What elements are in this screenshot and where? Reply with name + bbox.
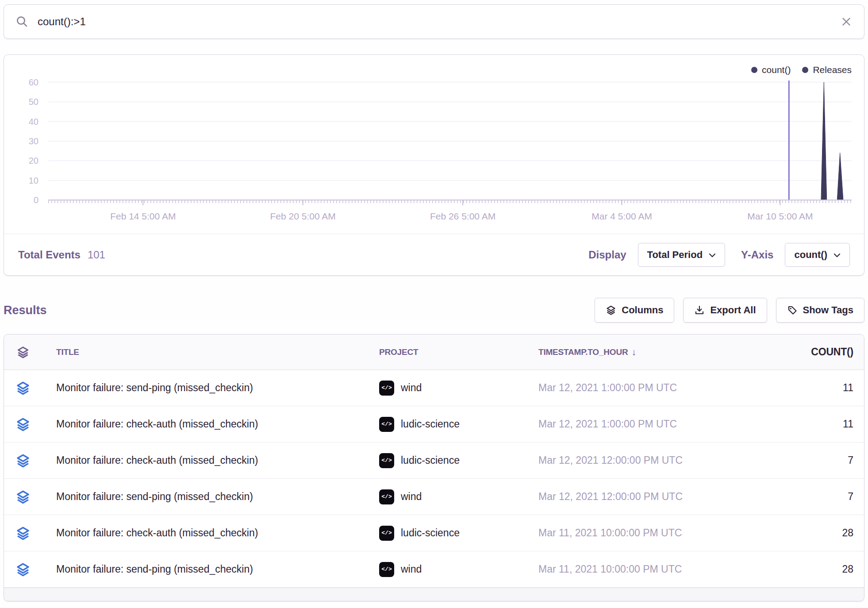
results-header: Results Columns Export All Show Tags [4, 298, 864, 323]
column-header-project[interactable]: PROJECT [379, 347, 538, 357]
project-cell: </> ludic-science [379, 526, 538, 541]
project-cell: </> wind [379, 562, 538, 577]
yaxis-dropdown-value: count() [794, 249, 827, 261]
timestamp-value: Mar 12, 2021 12:00:00 PM UTC [538, 454, 785, 466]
chevron-down-icon [833, 253, 841, 258]
svg-text:50: 50 [29, 97, 38, 107]
layers-icon[interactable] [15, 453, 31, 468]
svg-text:40: 40 [29, 117, 38, 127]
project-name: wind [401, 563, 422, 575]
column-header-timestamp[interactable]: TIMESTAMP.TO_HOUR ↓ [538, 347, 636, 358]
results-heading: Results [4, 304, 47, 317]
project-name: wind [401, 491, 422, 503]
event-title-link[interactable]: Monitor failure: check-auth (missed_chec… [42, 418, 379, 430]
event-title-link[interactable]: Monitor failure: send-ping (missed_check… [42, 382, 379, 394]
download-icon [694, 305, 705, 316]
platform-code-icon: </> [379, 489, 394, 504]
table-row: Monitor failure: check-auth (missed_chec… [4, 443, 864, 479]
svg-text:30: 30 [29, 136, 38, 146]
show-tags-button[interactable]: Show Tags [776, 298, 865, 323]
table-row: Monitor failure: send-ping (missed_check… [4, 479, 864, 515]
display-dropdown[interactable]: Total Period [638, 243, 726, 267]
project-name: ludic-science [401, 454, 460, 466]
table-row: Monitor failure: send-ping (missed_check… [4, 551, 864, 588]
legend-dot-icon [751, 67, 757, 73]
svg-text:0: 0 [34, 195, 38, 205]
count-value: 11 [785, 382, 864, 394]
event-title-link[interactable]: Monitor failure: check-auth (missed_chec… [42, 527, 379, 539]
svg-text:Feb 26 5:00 AM: Feb 26 5:00 AM [430, 211, 495, 221]
total-events-label: Total Events [18, 249, 81, 261]
layers-icon[interactable] [15, 417, 31, 432]
search-bar [4, 4, 864, 39]
project-name: ludic-science [401, 418, 460, 430]
columns-button[interactable]: Columns [595, 298, 674, 323]
project-name: ludic-science [401, 527, 460, 539]
legend-dot-icon [802, 67, 808, 73]
project-name: wind [401, 382, 422, 394]
project-cell: </> wind [379, 489, 538, 504]
sort-desc-icon: ↓ [631, 347, 636, 358]
timestamp-value: Mar 12, 2021 12:00:00 PM UTC [538, 491, 785, 503]
project-cell: </> wind [379, 381, 538, 396]
table-row: Monitor failure: check-auth (missed_chec… [4, 406, 864, 443]
platform-code-icon: </> [379, 562, 394, 577]
layers-icon[interactable] [15, 526, 31, 541]
column-header-count[interactable]: COUNT() [785, 346, 864, 358]
count-value: 7 [785, 454, 864, 466]
search-input[interactable] [38, 15, 831, 28]
table-row: Monitor failure: send-ping (missed_check… [4, 370, 864, 406]
timestamp-value: Mar 11, 2021 10:00:00 PM UTC [538, 563, 785, 575]
svg-text:Mar 4 5:00 AM: Mar 4 5:00 AM [591, 211, 652, 221]
display-dropdown-value: Total Period [647, 249, 703, 261]
event-title-link[interactable]: Monitor failure: check-auth (missed_chec… [42, 454, 379, 466]
table-header-row: TITLE PROJECT TIMESTAMP.TO_HOUR ↓ COUNT(… [4, 335, 864, 370]
results-table-body: Monitor failure: send-ping (missed_check… [4, 370, 864, 588]
platform-code-icon: </> [379, 453, 394, 468]
layers-icon[interactable] [16, 346, 30, 359]
svg-text:Feb 20 5:00 AM: Feb 20 5:00 AM [270, 211, 336, 221]
layers-icon [606, 305, 616, 316]
svg-text:10: 10 [29, 176, 38, 185]
layers-icon[interactable] [15, 381, 31, 396]
legend-item[interactable]: count() [751, 65, 791, 75]
column-header-title[interactable]: TITLE [42, 347, 379, 357]
count-value: 28 [785, 527, 864, 539]
svg-text:20: 20 [29, 156, 38, 165]
count-value: 11 [785, 418, 864, 430]
close-icon[interactable] [840, 15, 853, 28]
platform-code-icon: </> [379, 526, 394, 541]
table-footer [4, 588, 864, 601]
timestamp-value: Mar 11, 2021 10:00:00 PM UTC [538, 527, 785, 539]
platform-code-icon: </> [379, 417, 394, 432]
events-chart-panel: count()Releases 0102030405060Feb 14 5:00… [4, 54, 864, 276]
chart-footer: Total Events 101 Display Total Period Y-… [4, 234, 864, 275]
legend-item[interactable]: Releases [802, 65, 852, 75]
chevron-down-icon [709, 253, 716, 258]
show-tags-button-label: Show Tags [803, 304, 854, 316]
search-icon [15, 15, 29, 28]
svg-text:Mar 10 5:00 AM: Mar 10 5:00 AM [747, 211, 813, 221]
layers-icon[interactable] [15, 489, 31, 504]
event-title-link[interactable]: Monitor failure: send-ping (missed_check… [42, 563, 379, 575]
platform-code-icon: </> [379, 381, 394, 396]
export-all-button[interactable]: Export All [683, 298, 767, 323]
timestamp-value: Mar 12, 2021 1:00:00 PM UTC [538, 382, 785, 394]
svg-text:60: 60 [29, 77, 38, 87]
timestamp-value: Mar 12, 2021 1:00:00 PM UTC [538, 418, 785, 430]
results-table: TITLE PROJECT TIMESTAMP.TO_HOUR ↓ COUNT(… [4, 334, 864, 601]
count-value: 7 [785, 491, 864, 503]
event-title-link[interactable]: Monitor failure: send-ping (missed_check… [42, 491, 379, 503]
chart-legend: count()Releases [751, 65, 852, 75]
yaxis-dropdown[interactable]: count() [785, 243, 850, 267]
layers-icon[interactable] [15, 562, 31, 577]
count-value: 28 [785, 563, 864, 575]
project-cell: </> ludic-science [379, 417, 538, 432]
export-all-button-label: Export All [710, 304, 756, 316]
events-chart[interactable]: 0102030405060Feb 14 5:00 AMFeb 20 5:00 A… [4, 55, 864, 234]
tag-icon [787, 305, 798, 316]
svg-text:Feb 14 5:00 AM: Feb 14 5:00 AM [110, 211, 176, 221]
columns-button-label: Columns [622, 304, 663, 316]
yaxis-label: Y-Axis [741, 249, 773, 261]
total-events-value: 101 [88, 249, 105, 261]
